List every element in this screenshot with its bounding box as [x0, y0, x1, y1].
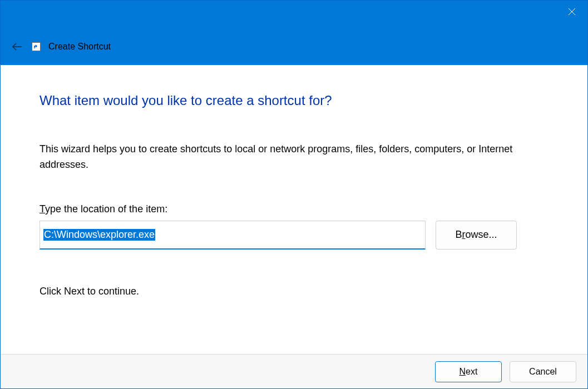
- continue-hint: Click Next to continue.: [39, 286, 554, 297]
- description-text: This wizard helps you to create shortcut…: [39, 142, 551, 173]
- next-button[interactable]: Next: [435, 361, 502, 382]
- shortcut-icon: [32, 42, 41, 51]
- wizard-title: Create Shortcut: [48, 42, 111, 52]
- close-button[interactable]: [556, 1, 587, 23]
- create-shortcut-window: Create Shortcut What item would you like…: [0, 0, 588, 389]
- wizard-header: Create Shortcut: [1, 28, 587, 65]
- back-button[interactable]: [11, 40, 24, 53]
- location-input-row: C:\Windows\explorer.exe Browse...: [39, 221, 554, 250]
- cancel-button[interactable]: Cancel: [510, 361, 576, 382]
- location-label: Type the location of the item:: [39, 203, 554, 215]
- page-heading: What item would you like to create a sho…: [39, 93, 554, 108]
- location-input[interactable]: C:\Windows\explorer.exe: [39, 221, 426, 250]
- titlebar: [1, 1, 587, 28]
- location-input-value: C:\Windows\explorer.exe: [43, 229, 155, 241]
- wizard-content: What item would you like to create a sho…: [1, 65, 587, 354]
- back-arrow-icon: [12, 42, 23, 51]
- browse-button[interactable]: Browse...: [436, 221, 517, 250]
- wizard-footer: Next Cancel: [1, 354, 587, 388]
- close-icon: [568, 8, 576, 16]
